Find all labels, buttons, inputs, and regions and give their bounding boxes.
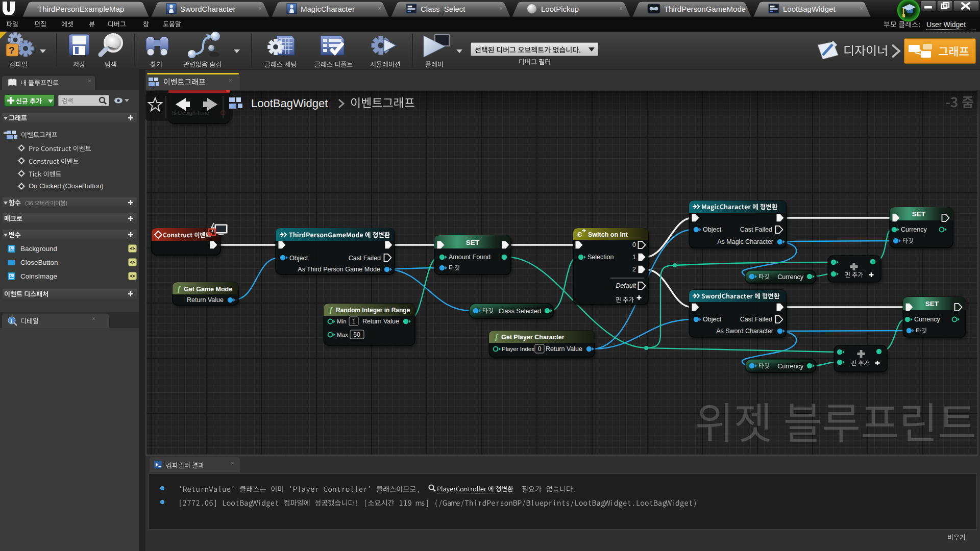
svg-text:Object: Object bbox=[703, 316, 722, 323]
svg-text:Cast Failed: Cast Failed bbox=[740, 316, 772, 323]
svg-text:ThirdPersonGameMode: ThirdPersonGameMode bbox=[664, 5, 746, 13]
svg-text:Currency: Currency bbox=[777, 363, 803, 370]
svg-text:Player Index: Player Index bbox=[502, 346, 534, 352]
svg-text:SET: SET bbox=[925, 300, 939, 308]
svg-text:Cast Failed: Cast Failed bbox=[349, 255, 381, 262]
svg-text:MagicCharacter: MagicCharacter bbox=[301, 5, 355, 13]
svg-text:Return Value: Return Value bbox=[187, 296, 224, 304]
svg-text:×: × bbox=[378, 5, 381, 12]
svg-text:As Third Person Game Mode: As Third Person Game Mode bbox=[298, 266, 380, 273]
svg-text:As Magic Character: As Magic Character bbox=[717, 238, 773, 245]
svg-text:Min: Min bbox=[337, 318, 347, 324]
svg-text:Selection: Selection bbox=[587, 254, 614, 261]
svg-text:Switch on Int: Switch on Int bbox=[588, 231, 628, 238]
svg-text:SwordCharacter: SwordCharacter bbox=[180, 5, 235, 13]
svg-text:×: × bbox=[619, 5, 623, 12]
svg-text:×: × bbox=[740, 5, 744, 12]
svg-text:Max: Max bbox=[337, 332, 348, 338]
svg-text:50: 50 bbox=[353, 331, 360, 338]
svg-text:Currency: Currency bbox=[777, 273, 803, 281]
svg-text:0: 0 bbox=[538, 345, 542, 353]
svg-text:×: × bbox=[258, 5, 262, 12]
svg-text:SET: SET bbox=[912, 210, 926, 218]
svg-text:LootBagWidget: LootBagWidget bbox=[783, 5, 836, 13]
svg-text:×: × bbox=[860, 5, 863, 12]
svg-text:1: 1 bbox=[632, 254, 636, 261]
svg-text:Cast Failed: Cast Failed bbox=[740, 226, 772, 233]
svg-text:As Sword Character: As Sword Character bbox=[716, 328, 773, 335]
svg-text:Return Value: Return Value bbox=[546, 345, 582, 353]
svg-text:Є: Є bbox=[577, 231, 582, 238]
svg-text:×: × bbox=[499, 5, 503, 12]
svg-text:Class_Select: Class_Select bbox=[421, 5, 465, 13]
svg-text:Random Integer in Range: Random Integer in Range bbox=[336, 307, 410, 314]
svg-text:LootPickup: LootPickup bbox=[541, 5, 579, 13]
svg-text:Object: Object bbox=[289, 255, 308, 262]
svg-text:Currency: Currency bbox=[901, 226, 927, 233]
svg-text:2: 2 bbox=[632, 266, 636, 273]
svg-text:Default: Default bbox=[616, 282, 636, 289]
svg-text:1: 1 bbox=[352, 318, 356, 325]
svg-text:Amount Found: Amount Found bbox=[449, 254, 491, 261]
svg-text:Currency: Currency bbox=[914, 316, 940, 323]
svg-text:Get Game Mode: Get Game Mode bbox=[184, 286, 232, 293]
svg-text:SET: SET bbox=[466, 239, 480, 246]
svg-text:Return Value: Return Value bbox=[362, 318, 399, 325]
svg-text:Object: Object bbox=[703, 226, 722, 233]
svg-text:Get Player Character: Get Player Character bbox=[501, 334, 565, 341]
svg-text:0: 0 bbox=[632, 241, 636, 248]
svg-text:Class Selected: Class Selected bbox=[499, 308, 541, 315]
svg-text:LootBagWidget: LootBagWidget bbox=[251, 97, 328, 110]
svg-text:?: ? bbox=[9, 45, 15, 56]
svg-text:ThirdPersonExampleMap: ThirdPersonExampleMap bbox=[38, 5, 124, 13]
